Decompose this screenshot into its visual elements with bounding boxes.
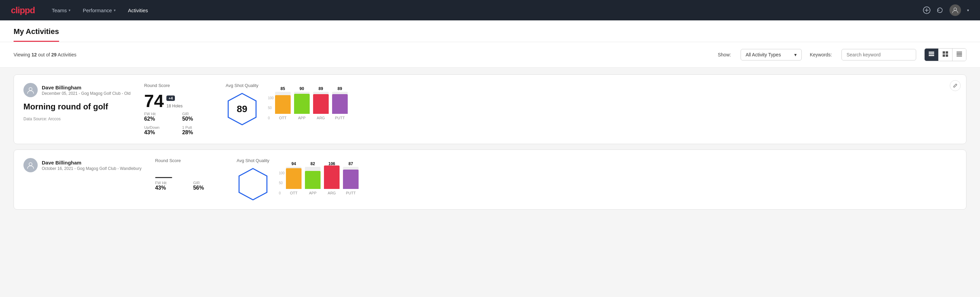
card-left: Dave Billingham October 16, 2021 - Gog M… xyxy=(24,158,142,177)
activity-type-select[interactable]: All Activity Types ▾ xyxy=(741,49,802,61)
card-user-info: Dave Billingham December 05, 2021 - Gog … xyxy=(42,85,130,96)
refresh-button[interactable] xyxy=(937,7,943,14)
card-user-date: October 16, 2021 - Gog Magog Golf Club -… xyxy=(42,166,142,171)
edit-button[interactable] xyxy=(950,80,961,91)
bar-group: 90APP xyxy=(294,86,310,120)
card-quality: Avg Shot Quality 100 50 0 94OTT82APP106A… xyxy=(237,158,406,201)
svg-rect-5 xyxy=(929,53,934,54)
svg-rect-7 xyxy=(943,51,945,54)
card-quality: Avg Shot Quality 89 100 50 0 85OTT9 xyxy=(226,83,395,126)
bar-group: 82APP xyxy=(305,161,321,195)
card-score-holes: 18 Holes xyxy=(166,104,182,109)
svg-rect-13 xyxy=(956,54,962,55)
chart-y-labels: 100 50 0 xyxy=(279,171,285,195)
nav-items: Teams ▾ Performance ▾ Activities xyxy=(47,5,911,16)
card-score-badge: +4 xyxy=(166,96,175,101)
quality-hex xyxy=(238,167,268,201)
svg-rect-6 xyxy=(929,55,934,56)
view-compact-button[interactable] xyxy=(953,49,966,61)
bar-group: 106ARG xyxy=(324,161,340,195)
svg-rect-11 xyxy=(956,52,962,52)
bar-group: 94OTT xyxy=(286,161,302,195)
card-user: Dave Billingham October 16, 2021 - Gog M… xyxy=(24,158,142,172)
avatar-chevron-icon: ▾ xyxy=(967,8,969,13)
bar-group: 85OTT xyxy=(275,86,291,120)
card-user: Dave Billingham December 05, 2021 - Gog … xyxy=(24,83,130,97)
card-stat-grid: FW Hit 62% GIR 50% Up/Down 43% 1 Putt 28… xyxy=(144,112,212,136)
card-user-date: December 05, 2021 - Gog Magog Golf Club … xyxy=(42,91,130,96)
stat-gir: GIR 56% xyxy=(193,181,223,191)
activity-type-chevron-icon: ▾ xyxy=(794,52,797,57)
card-user-name: Dave Billingham xyxy=(42,85,130,90)
view-list-button[interactable] xyxy=(925,49,939,61)
nav-item-performance[interactable]: Performance ▾ xyxy=(78,5,121,16)
svg-marker-18 xyxy=(239,169,267,200)
card-data-source: Data Source: Arccos xyxy=(24,117,130,121)
round-score-label: Round Score xyxy=(155,158,223,163)
quality-chart: 100 50 0 94OTT82APP106ARG87PUTT xyxy=(279,164,406,195)
bar-group: 89PUTT xyxy=(332,86,348,120)
quality-score: 89 xyxy=(237,104,247,115)
performance-chevron-icon: ▾ xyxy=(114,8,116,13)
quality-hex: 89 xyxy=(227,92,258,126)
card-score-value: 74 xyxy=(144,92,164,110)
svg-point-15 xyxy=(29,88,32,91)
card-left: Dave Billingham December 05, 2021 - Gog … xyxy=(24,83,130,121)
card-avatar xyxy=(24,158,38,172)
quality-label: Avg Shot Quality xyxy=(226,83,258,88)
navbar: clippd Teams ▾ Performance ▾ Activities xyxy=(0,0,980,21)
nav-item-activities[interactable]: Activities xyxy=(123,5,153,16)
activity-card: Dave Billingham October 16, 2021 - Gog M… xyxy=(14,150,966,210)
page-header: My Activities xyxy=(0,21,980,42)
svg-rect-8 xyxy=(946,51,948,54)
card-user-name: Dave Billingham xyxy=(42,160,142,166)
viewing-count-label: Viewing 12 out of 29 Activities xyxy=(14,52,710,57)
show-label: Show: xyxy=(718,52,731,57)
brand-logo[interactable]: clippd xyxy=(11,5,35,16)
card-stat-grid: FW Hit 43% GIR 56% xyxy=(155,181,223,191)
quality-label: Avg Shot Quality xyxy=(237,158,270,163)
stat-1putt: 1 Putt 28% xyxy=(182,125,212,136)
activities-content: Dave Billingham December 05, 2021 - Gog … xyxy=(0,68,980,222)
card-avatar xyxy=(24,83,38,97)
nav-item-teams[interactable]: Teams ▾ xyxy=(47,5,75,16)
page-title: My Activities xyxy=(14,21,59,42)
stat-fw-hit: FW Hit 62% xyxy=(144,112,174,122)
stat-updown: Up/Down 43% xyxy=(144,125,174,136)
keywords-label: Keywords: xyxy=(810,52,832,57)
svg-point-17 xyxy=(29,163,32,166)
svg-rect-14 xyxy=(956,56,962,56)
bar-group: 87PUTT xyxy=(343,161,359,195)
stat-fw-hit: FW Hit 43% xyxy=(155,181,185,191)
toolbar: Viewing 12 out of 29 Activities Show: Al… xyxy=(0,42,980,68)
card-stats: Round Score FW Hit 43% GIR 56% xyxy=(155,158,223,191)
stat-gir: GIR 50% xyxy=(182,112,212,122)
card-score-block: 74 +4 18 Holes xyxy=(144,92,212,110)
svg-rect-9 xyxy=(943,54,945,57)
chart-y-labels: 100 50 0 xyxy=(268,96,274,120)
bar-group: 89ARG xyxy=(313,86,329,120)
round-score-label: Round Score xyxy=(144,83,212,88)
svg-point-3 xyxy=(954,8,956,11)
card-user-info: Dave Billingham October 16, 2021 - Gog M… xyxy=(42,160,142,171)
add-button[interactable] xyxy=(923,6,931,14)
user-avatar[interactable] xyxy=(950,5,961,16)
nav-right: ▾ xyxy=(923,5,969,16)
view-grid-button[interactable] xyxy=(939,49,953,61)
view-toggles xyxy=(924,48,966,61)
card-stats: Round Score 74 +4 18 Holes FW Hit 62% GI… xyxy=(144,83,212,136)
card-activity-title: Morning round of golf xyxy=(24,102,130,112)
activity-card: Dave Billingham December 05, 2021 - Gog … xyxy=(14,74,966,144)
teams-chevron-icon: ▾ xyxy=(68,8,71,13)
svg-rect-4 xyxy=(929,52,934,53)
svg-rect-12 xyxy=(956,53,962,54)
search-input[interactable] xyxy=(842,49,916,61)
quality-chart: 100 50 0 85OTT90APP89ARG89PUTT xyxy=(268,89,395,120)
svg-rect-10 xyxy=(946,54,948,57)
